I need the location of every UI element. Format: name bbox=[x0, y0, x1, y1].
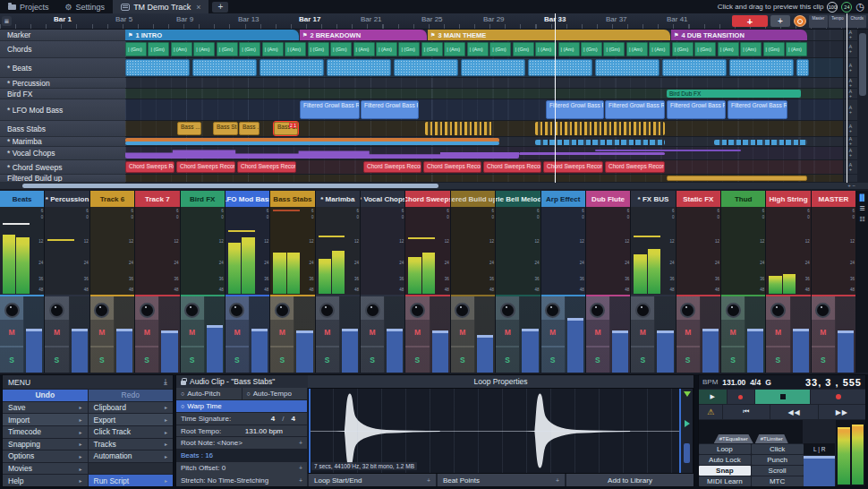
chord-chip[interactable]: | (Gm) bbox=[398, 42, 420, 56]
clip[interactable]: Filtered Growl Bass Re... bbox=[667, 100, 726, 119]
clip[interactable]: Bass ... bbox=[239, 122, 260, 135]
track-header-beats[interactable]: * Beats bbox=[0, 58, 125, 78]
clip[interactable] bbox=[528, 59, 592, 76]
stop-button[interactable] bbox=[755, 390, 810, 404]
volume-fader[interactable] bbox=[115, 296, 134, 373]
marker-segment[interactable]: ⚑2 BREAKDOWN bbox=[300, 30, 427, 40]
chord-chip[interactable]: | (Gm) bbox=[330, 42, 352, 56]
chord-chip[interactable]: | (Am) bbox=[718, 42, 739, 56]
key-value[interactable]: G bbox=[765, 378, 771, 387]
solo-button[interactable]: S bbox=[721, 347, 745, 373]
solo-button[interactable]: S bbox=[541, 347, 565, 373]
root-tempo-row[interactable]: Root Tempo: 131.00 bpm bbox=[176, 425, 307, 437]
tab-document[interactable]: TM Demo Track × bbox=[113, 0, 208, 13]
mixer-strip-label[interactable]: Static FX bbox=[677, 191, 720, 207]
track-lane-percussion[interactable] bbox=[125, 78, 843, 89]
clip[interactable]: Chord Sweeps Recordi... bbox=[125, 161, 174, 173]
menu-item-undo[interactable]: Undo bbox=[3, 390, 88, 401]
mixer-strip-label[interactable]: * FX BUS bbox=[631, 191, 675, 207]
toggle-punch[interactable]: Punch bbox=[752, 455, 804, 465]
pitch-offset-row[interactable]: Pitch Offset: 0 + bbox=[176, 462, 307, 474]
position-display[interactable]: 33, 3 , 555 bbox=[805, 377, 862, 388]
return-to-start-button[interactable]: ⏮ bbox=[723, 405, 770, 419]
solo-button[interactable]: S bbox=[135, 347, 158, 373]
track-header-chords[interactable]: Chords bbox=[0, 41, 125, 58]
marker-segment[interactable]: ⚑4 DUB TRANSITION bbox=[671, 30, 807, 40]
clip[interactable]: Filtered Growl Bass Re... bbox=[605, 100, 665, 119]
volume-fader[interactable] bbox=[566, 296, 585, 373]
mixer-strip-label[interactable]: Erie Bell Melody bbox=[496, 191, 540, 207]
volume-fader[interactable] bbox=[24, 296, 44, 373]
menu-item-tracks[interactable]: Tracks▸ bbox=[89, 439, 174, 450]
loop-waveform-display[interactable]: 7 secs, 44100 Hz, 32 bit mono, 1.2 MB bbox=[308, 388, 694, 474]
clip[interactable] bbox=[714, 140, 807, 145]
menu-item-click-track[interactable]: Click Track▸ bbox=[89, 426, 174, 438]
volume-fader[interactable] bbox=[205, 296, 225, 373]
menu-item-import[interactable]: Import▸ bbox=[3, 414, 88, 425]
mute-button[interactable]: M bbox=[0, 320, 23, 346]
marker-segment[interactable]: ⚑1 INTRO bbox=[125, 30, 299, 40]
menu-item-snapping[interactable]: Snapping▸ bbox=[3, 439, 88, 450]
track-header-chord-sweeps[interactable]: * Chord Sweeps bbox=[0, 160, 125, 175]
mixer-strip-label[interactable]: MASTER bbox=[812, 191, 855, 207]
close-icon[interactable]: × bbox=[196, 3, 200, 12]
toggle-scroll[interactable]: Scroll bbox=[752, 466, 804, 476]
mute-button[interactable]: M bbox=[766, 320, 789, 346]
solo-button[interactable]: S bbox=[270, 347, 294, 373]
beats-row[interactable]: Beats : 16 bbox=[176, 450, 307, 461]
chord-chip[interactable]: | (Gm) bbox=[125, 42, 147, 56]
clip[interactable]: Chord Sweeps Recordi... bbox=[605, 161, 665, 173]
marker-triangle-icon[interactable] bbox=[684, 391, 691, 397]
chord-chip[interactable]: | (Am) bbox=[376, 42, 397, 56]
chord-chip[interactable]: | (Gm) bbox=[672, 42, 694, 56]
chord-chip[interactable]: | (Am) bbox=[740, 42, 762, 56]
clip[interactable]: Chord Sweeps Recordi... bbox=[363, 161, 421, 173]
volume-fader[interactable] bbox=[70, 296, 89, 373]
chord-chip[interactable]: | (Am) bbox=[262, 42, 284, 56]
chord-chip[interactable]: | (Am) bbox=[467, 42, 489, 56]
ruler[interactable]: ≣ + + MasterTempoChords Bar 1Bar 5Bar 9B… bbox=[0, 13, 868, 30]
menu-item-automation[interactable]: Automation▸ bbox=[89, 450, 174, 462]
lock-icon[interactable] bbox=[181, 381, 186, 385]
mute-button[interactable]: M bbox=[181, 320, 204, 346]
clip[interactable]: Chord Sweeps Recordi... bbox=[176, 161, 235, 173]
chord-chip[interactable]: | (Am) bbox=[444, 42, 465, 56]
mute-button[interactable]: M bbox=[405, 320, 429, 346]
mixer-strip-label[interactable]: * Marimba bbox=[316, 191, 360, 207]
volume-fader[interactable] bbox=[159, 296, 179, 373]
warp-time-button[interactable]: ○ Warp Time bbox=[176, 400, 307, 412]
menu-item-options[interactable]: Options▸ bbox=[3, 450, 88, 462]
menu-item-run-script[interactable]: Run Script▸ bbox=[89, 475, 174, 486]
volume-fader[interactable] bbox=[340, 296, 360, 373]
track-header-filtered-build-up[interactable]: Filtered Build up bbox=[0, 175, 125, 183]
track-header-bird-fx[interactable]: Bird FX bbox=[0, 89, 125, 99]
solo-button[interactable]: S bbox=[90, 347, 114, 373]
chord-chip[interactable]: | (Am) bbox=[558, 42, 580, 56]
volume-fader[interactable] bbox=[701, 296, 720, 373]
track-lane-vocal-chops[interactable] bbox=[125, 147, 843, 160]
add-to-library-button[interactable]: Add to Library bbox=[566, 474, 694, 486]
mute-button[interactable]: M bbox=[135, 320, 158, 346]
warning-icon[interactable]: ⚠ bbox=[699, 405, 722, 419]
forward-button[interactable]: ▶▶ bbox=[819, 405, 865, 419]
chord-chip[interactable]: | (Am) bbox=[535, 42, 557, 56]
clip[interactable] bbox=[662, 59, 727, 76]
clip[interactable]: Bass Sta... bbox=[213, 122, 238, 135]
secondary-playhead[interactable] bbox=[847, 13, 847, 183]
pan-knob[interactable] bbox=[94, 303, 109, 318]
vertical-scrollbar[interactable] bbox=[857, 30, 868, 183]
track-lane-chord-sweeps[interactable]: Chord Sweeps Recordi...Chord Sweeps Reco… bbox=[125, 160, 843, 175]
chord-chip[interactable]: | (Gm) bbox=[581, 42, 602, 56]
fps-badge[interactable]: 24 bbox=[841, 2, 852, 13]
clip[interactable]: Chord Sweeps Recordi... bbox=[483, 161, 541, 173]
volume-fader[interactable] bbox=[294, 296, 314, 373]
record-button[interactable] bbox=[811, 390, 865, 404]
add-marker-button[interactable]: + bbox=[732, 15, 768, 27]
chord-chip[interactable]: | (Gm) bbox=[308, 42, 329, 56]
pan-knob[interactable] bbox=[455, 303, 470, 318]
track-lane-bass-stabs[interactable]: Bass ...Bass Sta...Bass ...Bass Sta... bbox=[125, 121, 843, 137]
chord-chip[interactable]: | (Gm) bbox=[239, 42, 260, 56]
loop-start-marker[interactable] bbox=[309, 389, 311, 473]
toggle-midi-learn[interactable]: MIDI Learn bbox=[699, 476, 751, 486]
clip[interactable] bbox=[260, 59, 324, 76]
